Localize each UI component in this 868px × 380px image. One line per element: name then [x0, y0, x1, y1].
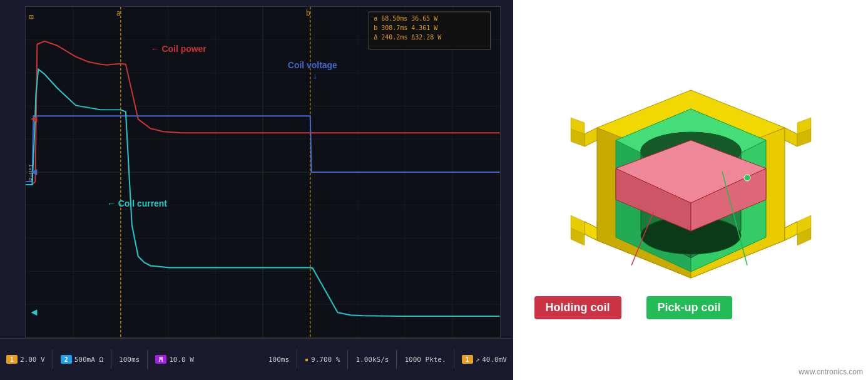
- svg-text:a  68.50ms      36.65 W: a 68.50ms 36.65 W: [374, 15, 437, 22]
- trigger-icon: ↗: [476, 356, 480, 364]
- divider-5: [347, 350, 348, 369]
- ch1-badge: 1: [6, 355, 18, 364]
- svg-marker-50: [585, 128, 597, 146]
- timebase-bottom-label: 100ms: [119, 356, 140, 364]
- svg-text:a: a: [116, 9, 121, 18]
- ch2-value: 500mA Ω: [74, 356, 103, 364]
- scope-panel: a b ⊡ P=U*I: [0, 0, 513, 380]
- divider-7: [454, 350, 454, 369]
- svg-text:b: b: [306, 9, 310, 18]
- divider-2: [111, 350, 111, 369]
- svg-text:← Coil current: ← Coil current: [107, 198, 167, 208]
- svg-text:Coil voltage: Coil voltage: [288, 60, 337, 70]
- m-value: 10.0 W: [169, 356, 194, 364]
- ch1-value: 2.00 V: [20, 356, 45, 364]
- m-badge: M: [155, 355, 166, 364]
- svg-text:↓: ↓: [313, 71, 317, 81]
- samples-count: 1000 Pkte.: [404, 356, 446, 364]
- sample-rate: 1.00kS/s: [355, 356, 389, 364]
- coil-svg: [534, 49, 847, 287]
- samples-value: 1000 Pkte.: [404, 356, 446, 364]
- pickup-coil-label: Pick-up coil: [646, 296, 732, 319]
- timebase-label: 100ms: [268, 356, 289, 364]
- svg-text:Δ  240.2ms     Δ32.28 W: Δ 240.2ms Δ32.28 W: [374, 34, 441, 41]
- svg-marker-53: [785, 128, 797, 146]
- svg-marker-47: [785, 222, 797, 240]
- timebase-center: 100ms: [268, 356, 289, 364]
- watermark: www.cntronics.com: [799, 367, 863, 376]
- ch2-status: 2 500mA Ω: [61, 355, 103, 364]
- ch2-badge: 2: [61, 355, 72, 364]
- scope-status-bar: 1 2.00 V 2 500mA Ω 100ms M 10.0 W 100ms …: [0, 338, 513, 380]
- svg-text:⊡: ⊡: [29, 13, 33, 21]
- timebase-bottom: 100ms: [119, 356, 140, 364]
- svg-marker-43: [585, 222, 597, 240]
- coil-diagram: Holding coil Pick-up coil: [534, 49, 847, 331]
- divider-1: [53, 350, 53, 369]
- acq-value: 9.700 %: [311, 356, 340, 364]
- ch1-status: 1 2.00 V: [6, 355, 45, 364]
- scope-screen: a b ⊡ P=U*I: [25, 6, 501, 338]
- diagram-panel: Holding coil Pick-up coil www.cntronics.…: [513, 0, 868, 380]
- holding-coil-label: Holding coil: [534, 296, 621, 319]
- coil-labels: Holding coil Pick-up coil: [534, 296, 847, 319]
- divider-4: [297, 350, 297, 369]
- acq-status: ▪ 9.700 %: [305, 356, 340, 364]
- grid-lines: a b ⊡ P=U*I: [26, 7, 500, 337]
- trigger-status: 1 ↗ 40.0mV: [462, 355, 507, 364]
- sample-rate-value: 1.00kS/s: [355, 356, 389, 364]
- trigger-badge: 1: [462, 355, 473, 364]
- svg-point-68: [744, 175, 750, 181]
- svg-text:b  308.7ms       4.361 W: b 308.7ms 4.361 W: [374, 24, 437, 31]
- divider-3: [147, 350, 148, 369]
- m-status: M 10.0 W: [155, 355, 194, 364]
- svg-text:← Coil power: ← Coil power: [151, 44, 207, 54]
- acq-icon: ▪: [305, 356, 309, 363]
- divider-6: [396, 350, 397, 369]
- trigger-level: 40.0mV: [482, 356, 507, 364]
